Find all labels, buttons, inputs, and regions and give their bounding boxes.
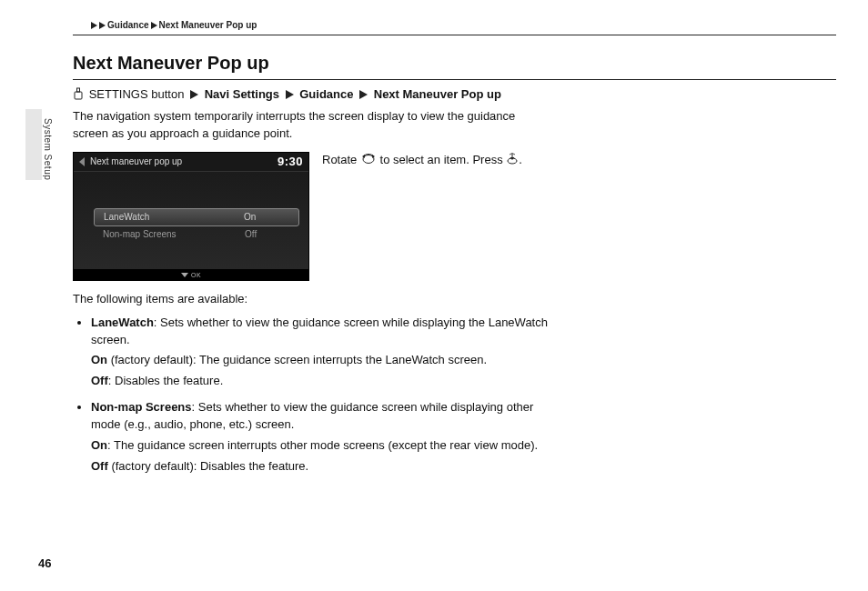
- breadcrumb: GuidanceNext Maneuver Pop up: [91, 20, 257, 30]
- back-arrow-icon: [79, 157, 85, 166]
- dial-icon: [360, 152, 377, 169]
- on-desc: (factory default): The guidance screen i…: [107, 353, 487, 366]
- device-screenshot: Next maneuver pop up 9:30 LaneWatch On N…: [73, 152, 309, 281]
- triangle-icon: [190, 88, 198, 102]
- item-name: LaneWatch: [91, 316, 154, 329]
- text: to select an item. Press: [377, 153, 506, 166]
- breadcrumb-section: Guidance: [107, 20, 149, 30]
- svg-marker-1: [99, 22, 106, 29]
- screenshot-body: LaneWatch On Non-map Screens Off: [74, 171, 308, 269]
- ok-label: OK: [191, 272, 201, 278]
- svg-marker-5: [190, 90, 198, 99]
- row-value: On: [244, 212, 289, 222]
- path-start: SETTINGS button: [89, 87, 185, 101]
- clock: 9:30: [278, 155, 303, 168]
- row-label: LaneWatch: [104, 212, 149, 222]
- menu-row: Non-map Screens Off: [94, 226, 299, 243]
- available-intro: The following items are available:: [73, 292, 836, 306]
- screenshot-footer: OK: [74, 270, 308, 280]
- settings-path: SETTINGS button Navi Settings Guidance N…: [73, 87, 836, 103]
- list-item: Non-map Screens: Sets whether to view th…: [91, 399, 555, 475]
- text: Rotate: [322, 153, 360, 166]
- list-item: LaneWatch: Sets whether to view the guid…: [91, 315, 555, 390]
- down-arrow-icon: [181, 273, 188, 277]
- item-desc: : Sets whether to view the guidance scre…: [91, 316, 548, 346]
- text: .: [519, 153, 522, 166]
- svg-marker-7: [359, 90, 368, 99]
- screenshot-title: Next maneuver pop up: [90, 156, 182, 166]
- rotate-instruction: Rotate to select an item. Press .: [322, 152, 522, 169]
- path-step: Guidance: [299, 87, 353, 101]
- triangle-icon: [91, 22, 97, 29]
- svg-marker-0: [91, 22, 97, 29]
- settings-button-icon: [73, 87, 84, 103]
- path-step: Next Maneuver Pop up: [374, 87, 501, 101]
- on-label: On: [91, 438, 107, 452]
- on-label: On: [91, 353, 107, 366]
- menu-row-selected: LaneWatch On: [94, 208, 299, 226]
- off-label: Off: [91, 459, 108, 473]
- triangle-icon: [151, 22, 157, 29]
- svg-marker-2: [151, 22, 157, 29]
- press-icon: [506, 152, 519, 169]
- triangle-icon: [286, 88, 294, 102]
- path-step: Navi Settings: [205, 87, 279, 101]
- intro-text: The navigation system temporarily interr…: [73, 108, 537, 143]
- items-list: LaneWatch: Sets whether to view the guid…: [73, 315, 555, 476]
- manual-page: GuidanceNext Maneuver Pop up System Setu…: [0, 0, 868, 591]
- on-desc: : The guidance screen interrupts other m…: [107, 438, 538, 452]
- triangle-icon: [359, 88, 368, 102]
- off-desc: : Disables the feature.: [108, 374, 223, 387]
- row-label: Non-map Screens: [103, 229, 177, 239]
- side-tab-label: System Setup: [43, 118, 53, 180]
- triangle-icon: [99, 22, 106, 29]
- off-desc: (factory default): Disables the feature.: [108, 459, 308, 473]
- off-label: Off: [91, 374, 108, 387]
- side-tab: [25, 109, 42, 180]
- content-area: Next Maneuver Pop up SETTINGS button Nav…: [73, 53, 836, 485]
- header-divider: [73, 35, 836, 35]
- page-number: 46: [38, 556, 51, 570]
- item-name: Non-map Screens: [91, 400, 192, 414]
- breadcrumb-page: Next Maneuver Pop up: [159, 20, 257, 30]
- svg-marker-6: [286, 90, 294, 99]
- row-value: Off: [245, 229, 290, 239]
- svg-rect-3: [75, 92, 82, 99]
- figure-row: Next maneuver pop up 9:30 LaneWatch On N…: [73, 152, 836, 281]
- page-title: Next Maneuver Pop up: [73, 53, 836, 80]
- screenshot-header: Next maneuver pop up 9:30: [74, 153, 308, 171]
- svg-rect-4: [77, 88, 80, 92]
